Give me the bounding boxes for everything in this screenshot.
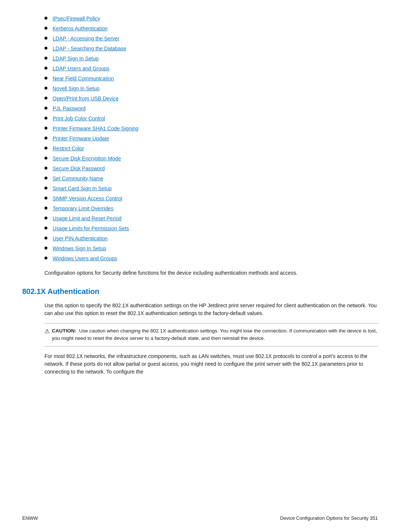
list-item-print-job-color-control: Print Job Color Control xyxy=(44,115,378,123)
caution-text: CAUTION: Use caution when changing the 8… xyxy=(52,327,378,342)
bullet-dot xyxy=(44,237,47,240)
bullet-dot xyxy=(44,177,47,180)
section-heading: 802.1X Authentication xyxy=(22,287,378,296)
list-item-usage-limit-reset-period: Usage Limit and Reset Period xyxy=(44,215,378,222)
bullet-dot xyxy=(44,167,47,170)
bullet-dot xyxy=(44,127,47,130)
bullet-dot xyxy=(44,27,47,30)
link-print-job-color-control[interactable]: Print Job Color Control xyxy=(53,115,105,123)
list-item-ldap-sign-in-setup: LDAP Sign In Setup xyxy=(44,55,378,63)
list-item-usage-limits-permission-sets: Usage Limits for Permission Sets xyxy=(44,225,378,232)
link-usage-limit-reset-period[interactable]: Usage Limit and Reset Period xyxy=(53,215,121,222)
link-kerberos-authentication[interactable]: Kerberos Authentication xyxy=(53,25,108,33)
link-novell-sign-in-setup[interactable]: Novell Sign In Setup xyxy=(53,85,100,93)
link-ldap-searching-database[interactable]: LDAP - Searching the Database xyxy=(53,45,126,53)
bullet-dot xyxy=(44,207,47,210)
bullet-dot xyxy=(44,57,47,60)
bullet-dot xyxy=(44,147,47,150)
link-windows-sign-in-setup[interactable]: Windows Sign In Setup xyxy=(53,245,106,252)
link-near-field-communication[interactable]: Near Field Communication xyxy=(53,75,114,83)
link-temporary-limit-overrides[interactable]: Temporary Limit Overrides xyxy=(53,205,113,213)
link-secure-disk-encryption-mode[interactable]: Secure Disk Encryption Mode xyxy=(53,155,121,163)
bullet-dot xyxy=(44,67,47,70)
bullet-dot xyxy=(44,97,47,100)
bullet-dot xyxy=(44,77,47,80)
footer-right: Device Configuration Options for Securit… xyxy=(280,515,378,521)
list-item-printer-firmware-sha1: Printer Firmware SHA1 Code Signing xyxy=(44,125,378,133)
description-text: Configuration options for Security defin… xyxy=(44,269,378,277)
list-item-temporary-limit-overrides: Temporary Limit Overrides xyxy=(44,205,378,213)
list-item-ldap-accessing-server: LDAP - Accessing the Server xyxy=(44,35,378,43)
link-ldap-users-and-groups[interactable]: LDAP Users and Groups xyxy=(53,65,110,73)
link-snmp-version-access-control[interactable]: SNMP Version Access Control xyxy=(53,195,122,203)
link-ldap-accessing-server[interactable]: LDAP - Accessing the Server xyxy=(53,35,119,43)
link-user-pin-authentication[interactable]: User PIN Authentication xyxy=(53,235,108,242)
bullet-dot xyxy=(44,87,47,90)
list-item-set-community-name: Set Community Name xyxy=(44,175,378,183)
list-item-printer-firmware-update: Printer Firmware Update xyxy=(44,135,378,143)
bullet-dot xyxy=(44,217,47,220)
caution-icon: ⚠ xyxy=(44,328,50,335)
bullet-dot xyxy=(44,247,47,250)
list-item-restrict-color: Restrict Color xyxy=(44,145,378,153)
link-ipsec-firewall-policy[interactable]: IPsec/Firewall Policy xyxy=(53,15,100,23)
list-item-smart-card-sign-in-setup: Smart Card Sign In Setup xyxy=(44,185,378,193)
section-body: Use this option to specify the 802.1X au… xyxy=(44,302,378,376)
footer: ENWW Device Configuration Options for Se… xyxy=(22,515,378,521)
footer-left: ENWW xyxy=(22,515,38,521)
list-item-ldap-users-and-groups: LDAP Users and Groups xyxy=(44,65,378,73)
link-open-print-usb-device[interactable]: Open/Print from USB Device xyxy=(53,95,119,103)
list-item-open-print-usb-device: Open/Print from USB Device xyxy=(44,95,378,103)
bullet-dot xyxy=(44,257,47,260)
caution-body: Use caution when changing the 802.1X aut… xyxy=(52,328,377,341)
bullet-dot xyxy=(44,197,47,200)
list-item-kerberos-authentication: Kerberos Authentication xyxy=(44,25,378,33)
section-para-2: For most 802.1X networks, the infrastruc… xyxy=(44,352,378,376)
bullet-dot xyxy=(44,37,47,40)
list-item-novell-sign-in-setup: Novell Sign In Setup xyxy=(44,85,378,93)
link-set-community-name[interactable]: Set Community Name xyxy=(53,175,103,183)
bullet-dot xyxy=(44,117,47,120)
bullet-dot xyxy=(44,157,47,160)
bullet-dot xyxy=(44,137,47,140)
caution-label: CAUTION: xyxy=(52,328,76,334)
link-smart-card-sign-in-setup[interactable]: Smart Card Sign In Setup xyxy=(53,185,112,193)
link-restrict-color[interactable]: Restrict Color xyxy=(53,145,84,153)
bullet-list: IPsec/Firewall PolicyKerberos Authentica… xyxy=(44,15,378,262)
list-item-user-pin-authentication: User PIN Authentication xyxy=(44,235,378,242)
link-secure-disk-password[interactable]: Secure Disk Password xyxy=(53,165,105,173)
list-item-near-field-communication: Near Field Communication xyxy=(44,75,378,83)
list-item-snmp-version-access-control: SNMP Version Access Control xyxy=(44,195,378,203)
link-windows-users-and-groups[interactable]: Windows Users and Groups xyxy=(53,255,117,262)
link-printer-firmware-sha1[interactable]: Printer Firmware SHA1 Code Signing xyxy=(53,125,139,133)
section-para-1: Use this option to specify the 802.1X au… xyxy=(44,302,378,317)
list-item-ldap-searching-database: LDAP - Searching the Database xyxy=(44,45,378,53)
link-printer-firmware-update[interactable]: Printer Firmware Update xyxy=(53,135,109,143)
bullet-dot xyxy=(44,47,47,50)
bullet-dot xyxy=(44,187,47,190)
bullet-dot xyxy=(44,107,47,110)
list-item-secure-disk-password: Secure Disk Password xyxy=(44,165,378,173)
link-ldap-sign-in-setup[interactable]: LDAP Sign In Setup xyxy=(53,55,99,63)
link-pjl-password[interactable]: PJL Password xyxy=(53,105,86,113)
link-usage-limits-permission-sets[interactable]: Usage Limits for Permission Sets xyxy=(53,225,129,232)
list-item-windows-sign-in-setup: Windows Sign In Setup xyxy=(44,245,378,252)
list-item-secure-disk-encryption-mode: Secure Disk Encryption Mode xyxy=(44,155,378,163)
list-item-pjl-password: PJL Password xyxy=(44,105,378,113)
bullet-dot xyxy=(44,17,47,20)
caution-box: ⚠ CAUTION: Use caution when changing the… xyxy=(44,323,378,347)
list-item-ipsec-firewall-policy: IPsec/Firewall Policy xyxy=(44,15,378,23)
bullet-dot xyxy=(44,227,47,230)
list-item-windows-users-and-groups: Windows Users and Groups xyxy=(44,255,378,262)
